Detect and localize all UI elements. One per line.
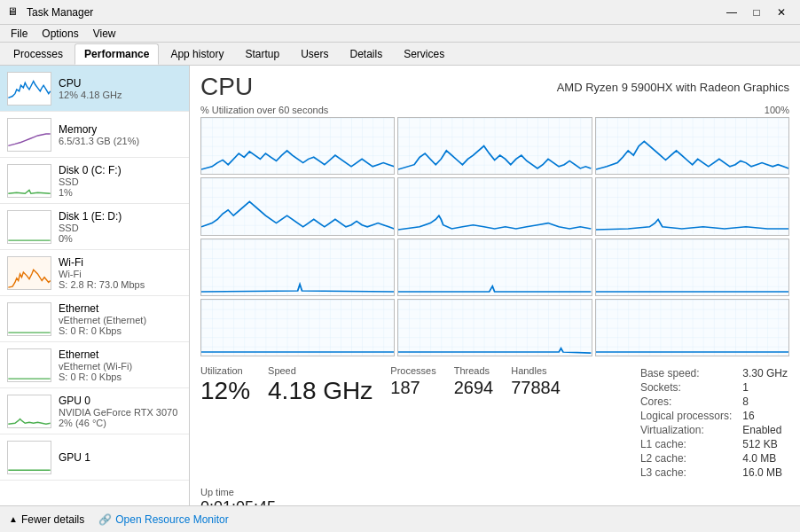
- stats-row: Utilization 12% Speed 4.18 GHz Processes…: [200, 365, 789, 481]
- wifi-info: Wi-Fi Wi-Fi S: 2.8 R: 73.0 Mbps: [59, 256, 182, 290]
- speed-label: Speed: [268, 365, 373, 376]
- gpu1-name: GPU 1: [59, 451, 182, 464]
- cpu-graph-3: [595, 117, 789, 175]
- handles-value: 77884: [511, 378, 561, 398]
- open-resource-monitor-link[interactable]: 🔗 Open Resource Monitor: [98, 513, 228, 526]
- cpu-graph-9: [595, 239, 789, 296]
- disk1-thumbnail: [7, 210, 51, 244]
- minimize-button[interactable]: —: [720, 4, 743, 20]
- processes-stat: Processes 187: [390, 365, 435, 398]
- ethernet1-speed: S: 0 R: 0 Kbps: [59, 325, 182, 336]
- content-header: CPU AMD Ryzen 9 5900HX with Radeon Graph…: [200, 73, 789, 101]
- menu-view[interactable]: View: [86, 25, 123, 43]
- tab-users[interactable]: Users: [291, 43, 338, 65]
- tab-processes[interactable]: Processes: [4, 43, 73, 65]
- virt-value: Enabled: [742, 424, 788, 436]
- ethernet2-info: Ethernet vEthernet (Wi-Fi) S: 0 R: 0 Kbp…: [59, 348, 182, 382]
- disk0-usage: 1%: [59, 187, 182, 198]
- tab-services[interactable]: Services: [394, 43, 454, 65]
- sidebar-item-gpu0[interactable]: GPU 0 NVIDIA GeForce RTX 3070 2% (46 °C): [0, 388, 189, 434]
- window-title: Task Manager: [27, 6, 720, 19]
- menu-options[interactable]: Options: [35, 25, 85, 43]
- monitor-icon: 🔗: [98, 513, 112, 526]
- cpu-graph-12: [595, 299, 789, 356]
- sidebar: CPU 12% 4.18 GHz Memory 6.5/31.3 GB (21%…: [0, 66, 190, 505]
- cores-label: Cores:: [640, 395, 741, 408]
- handles-stat: Handles 77884: [511, 365, 561, 398]
- wifi-name: Wi-Fi: [59, 256, 182, 269]
- cpu-content: CPU AMD Ryzen 9 5900HX with Radeon Graph…: [190, 66, 800, 505]
- disk0-name: Disk 0 (C: F:): [59, 164, 182, 176]
- sidebar-item-wifi[interactable]: Wi-Fi Wi-Fi S: 2.8 R: 73.0 Mbps: [0, 250, 189, 296]
- tab-apphistory[interactable]: App history: [161, 43, 233, 65]
- sidebar-item-gpu1[interactable]: GPU 1: [0, 434, 189, 481]
- disk1-info: Disk 1 (E: D:) SSD 0%: [59, 210, 182, 244]
- main-content: CPU 12% 4.18 GHz Memory 6.5/31.3 GB (21%…: [0, 66, 800, 505]
- cpu-info-table: Base speed: 3.30 GHz Sockets: 1 Cores: 8…: [639, 365, 789, 481]
- tab-details[interactable]: Details: [340, 43, 392, 65]
- ethernet1-name: Ethernet: [59, 302, 182, 315]
- app-icon: 🖥: [7, 5, 21, 20]
- ethernet1-info: Ethernet vEthernet (Ethernet) S: 0 R: 0 …: [59, 302, 182, 336]
- memory-thumbnail: [7, 118, 51, 152]
- cpu-graph-8: [397, 239, 592, 296]
- svg-rect-5: [596, 178, 788, 234]
- ethernet2-name: Ethernet: [59, 348, 182, 361]
- tab-startup[interactable]: Startup: [235, 43, 289, 65]
- maximize-button[interactable]: □: [745, 4, 768, 20]
- uptime-section: Up time 0:01:05:45: [200, 486, 789, 505]
- processes-value: 187: [390, 378, 435, 398]
- memory-info: Memory 6.5/31.3 GB (21%): [59, 123, 182, 146]
- sockets-label: Sockets:: [640, 381, 741, 394]
- gpu0-info: GPU 0 NVIDIA GeForce RTX 3070 2% (46 °C): [59, 395, 182, 428]
- cpu-title: CPU: [200, 73, 253, 101]
- cpu-graph-6: [595, 177, 789, 235]
- sidebar-item-disk0[interactable]: Disk 0 (C: F:) SSD 1%: [0, 158, 189, 204]
- wifi-speed: S: 2.8 R: 73.0 Mbps: [59, 279, 182, 290]
- cpu-graph-2: [397, 117, 592, 175]
- open-monitor-label: Open Resource Monitor: [115, 513, 228, 526]
- sidebar-item-cpu[interactable]: CPU 12% 4.18 GHz: [0, 66, 189, 112]
- sidebar-item-disk1[interactable]: Disk 1 (E: D:) SSD 0%: [0, 204, 189, 250]
- sidebar-item-memory[interactable]: Memory 6.5/31.3 GB (21%): [0, 112, 189, 158]
- cpu-graph-11: [397, 299, 592, 356]
- window-controls: — □ ✕: [720, 4, 793, 20]
- disk1-name: Disk 1 (E: D:): [59, 210, 182, 223]
- memory-name: Memory: [59, 123, 182, 136]
- fewer-details-button[interactable]: ▲ Fewer details: [9, 513, 84, 526]
- svg-rect-9: [201, 300, 394, 356]
- threads-label: Threads: [454, 365, 494, 376]
- utilization-value: 12%: [200, 378, 250, 405]
- graph-label: % Utilization over 60 seconds 100%: [200, 105, 789, 115]
- fewer-details-label: Fewer details: [21, 513, 84, 526]
- svg-rect-11: [596, 300, 788, 356]
- l2-label: L2 cache:: [640, 452, 741, 465]
- sidebar-item-ethernet2[interactable]: Ethernet vEthernet (Wi-Fi) S: 0 R: 0 Kbp…: [0, 342, 189, 388]
- uptime-label: Up time: [200, 487, 234, 497]
- cpu-graph-7: [200, 239, 395, 296]
- base-speed-value: 3.30 GHz: [742, 367, 788, 379]
- wifi-thumbnail: [7, 256, 51, 290]
- close-button[interactable]: ✕: [770, 4, 793, 20]
- l1-label: L1 cache:: [640, 438, 741, 450]
- threads-value: 2694: [454, 378, 494, 398]
- ethernet1-thumbnail: [7, 302, 51, 336]
- tab-performance[interactable]: Performance: [75, 43, 159, 65]
- processes-label: Processes: [390, 365, 435, 376]
- utilization-stat: Utilization 12%: [200, 365, 250, 405]
- cpu-detail: 12% 4.18 GHz: [59, 90, 182, 100]
- l1-value: 512 KB: [742, 438, 788, 450]
- sidebar-item-ethernet1[interactable]: Ethernet vEthernet (Ethernet) S: 0 R: 0 …: [0, 296, 189, 342]
- svg-rect-7: [398, 239, 591, 295]
- gpu0-model: NVIDIA GeForce RTX 3070: [59, 407, 182, 418]
- svg-rect-0: [201, 118, 394, 174]
- ethernet2-type: vEthernet (Wi-Fi): [59, 361, 182, 372]
- l2-value: 4.0 MB: [742, 452, 788, 465]
- utilization-label: Utilization: [200, 365, 250, 376]
- menu-file[interactable]: File: [4, 25, 35, 43]
- memory-detail: 6.5/31.3 GB (21%): [59, 136, 182, 146]
- wifi-type: Wi-Fi: [59, 269, 182, 279]
- gpu1-info: GPU 1: [59, 451, 182, 464]
- menu-bar: File Options View: [0, 25, 800, 43]
- cpu-info: CPU 12% 4.18 GHz: [59, 77, 182, 100]
